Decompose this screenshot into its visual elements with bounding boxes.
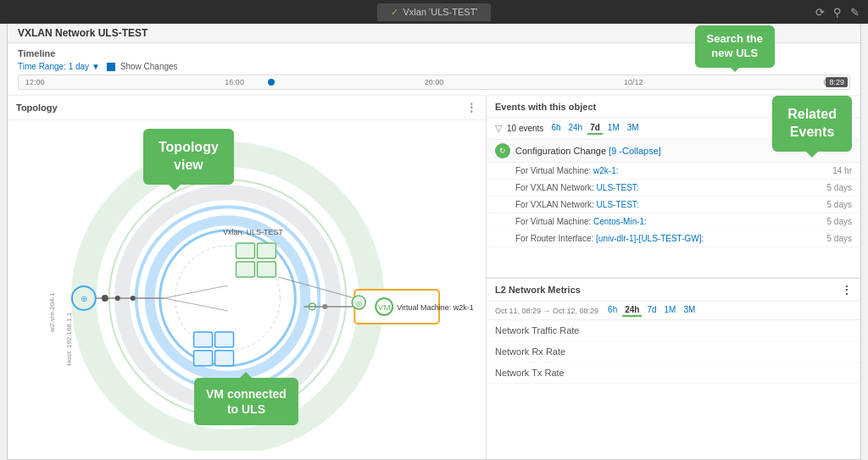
event-group-icon: ↻ (495, 143, 510, 158)
top-bar-icons: ⟳ ⚲ ✎ (815, 6, 860, 19)
topology-panel-header: Topology ⋮ (8, 96, 486, 120)
metrics-24h[interactable]: 24h (622, 304, 642, 317)
events-panel-label: Events with this object (495, 102, 596, 112)
topology-panel: Topology ⋮ ⊕ (8, 96, 487, 460)
topology-menu-dots[interactable]: ⋮ (465, 101, 477, 114)
top-bar: ✓ Vxlan 'ULS-TEST' ⟳ ⚲ ✎ Search the new … (0, 0, 868, 24)
svg-point-12 (131, 296, 136, 301)
metrics-title: L2 Network Metrics (495, 285, 581, 295)
show-changes-toggle[interactable]: Show Changes (107, 62, 178, 71)
svg-text:⊕: ⊕ (81, 294, 87, 303)
filter-time-buttons: 6h 24h 7d 1M 3M (548, 122, 641, 135)
timeline-thumb[interactable] (268, 79, 275, 86)
svg-rect-27 (215, 351, 234, 366)
event-group-label: Configuration Change [9 -Collapse] (515, 146, 661, 156)
svg-line-32 (164, 298, 228, 311)
event-age-2: 5 days (827, 200, 852, 209)
show-changes-label: Show Changes (120, 62, 178, 71)
svg-rect-24 (194, 332, 213, 347)
topology-panel-label: Topology (16, 103, 58, 113)
svg-text:VM: VM (378, 302, 391, 312)
time-label-4: 10/12 (624, 78, 643, 86)
filter-1m[interactable]: 1M (605, 122, 622, 135)
svg-rect-23 (257, 262, 275, 277)
time-label-3: 20:00 (425, 78, 444, 86)
time-range-selector[interactable]: Time Range: 1 day ▼ (18, 62, 100, 71)
svg-rect-26 (194, 351, 213, 366)
collapse-link[interactable]: [9 -Collapse] (609, 146, 661, 156)
time-label-1: 12:00 (25, 78, 45, 86)
svg-point-11 (115, 296, 120, 301)
timeline-bar[interactable]: 12:00 16:00 20:00 10/12 04:00 8:29 (18, 75, 850, 90)
event-row-0: For Virtual Machine: w2k-1: 14 hr (487, 163, 860, 180)
svg-point-19 (322, 304, 327, 309)
check-icon: ✓ (391, 7, 398, 18)
callout-search: Search the new ULS (695, 25, 775, 68)
filter-3m[interactable]: 3M (625, 122, 642, 135)
svg-rect-20 (236, 243, 255, 258)
metrics-menu-dots[interactable]: ⋮ (842, 284, 852, 296)
active-tab[interactable]: ✓ Vxlan 'ULS-TEST' (377, 3, 492, 21)
event-row-1: For VXLAN Network: ULS-TEST: 5 days (487, 180, 860, 197)
event-text-2: For VXLAN Network: ULS-TEST: (515, 200, 639, 209)
svg-rect-21 (257, 243, 275, 258)
svg-text:Vxlan: ULS-TEST: Vxlan: ULS-TEST (223, 228, 283, 236)
filter-24h[interactable]: 24h (566, 122, 586, 135)
svg-rect-25 (215, 332, 234, 347)
event-row-4: For Router Interface: [univ-dlr-1]-[ULS-… (487, 230, 860, 247)
callout-vm: VM connected to ULS (194, 378, 298, 425)
metrics-time-row: Oct 11, 08:29 → Oct 12, 08:29 6h 24h 7d … (487, 302, 860, 320)
svg-text:Host: 192.168.1.1: Host: 192.168.1.1 (65, 312, 73, 365)
metrics-1m[interactable]: 1M (662, 304, 679, 317)
event-text-0: For Virtual Machine: w2k-1: (515, 166, 619, 175)
metrics-time-buttons: 6h 24h 7d 1M 3M (605, 304, 698, 317)
timeline-time-labels: 12:00 16:00 20:00 10/12 04:00 (19, 78, 849, 86)
filter-6h[interactable]: 6h (548, 122, 563, 135)
svg-text:w2-vm-204-1: w2-vm-204-1 (48, 292, 56, 333)
search-icon[interactable]: ⚲ (833, 6, 842, 19)
panels-container: Topology ⋮ ⊕ (8, 96, 860, 460)
event-age-3: 5 days (827, 217, 852, 226)
callout-related: Related Events (772, 96, 852, 152)
page-title: VXLAN Network ULS-TEST (18, 27, 147, 39)
svg-point-10 (102, 295, 108, 302)
event-row-2: For VXLAN Network: ULS-TEST: 5 days (487, 197, 860, 213)
metrics-7d[interactable]: 7d (644, 304, 659, 317)
metrics-3m[interactable]: 3M (681, 304, 698, 317)
edit-icon[interactable]: ✎ (850, 6, 860, 19)
metric-row-1: Network Rx Rate (487, 341, 860, 363)
current-time-box: 8:29 (826, 77, 848, 87)
show-changes-checkbox[interactable] (107, 63, 115, 71)
svg-rect-22 (236, 262, 255, 277)
event-text-1: For VXLAN Network: ULS-TEST: (515, 183, 639, 192)
events-count: 10 events (507, 124, 543, 133)
filter-icon[interactable]: ▽ (495, 123, 502, 134)
metrics-date-range: Oct 11, 08:29 → Oct 12, 08:29 (495, 307, 598, 315)
event-text-3: For Virtual Machine: Centos-Min-1: (515, 217, 647, 226)
tab-label: Vxlan 'ULS-TEST' (403, 7, 478, 17)
metrics-header-row: L2 Network Metrics ⋮ (487, 279, 860, 302)
svg-text:Virtual Machine: w2k-1: Virtual Machine: w2k-1 (397, 303, 474, 312)
main-area: VXLAN Network ULS-TEST Timeline Time Ran… (7, 24, 861, 460)
metrics-section: L2 Network Metrics ⋮ Oct 11, 08:29 → Oct… (487, 278, 860, 460)
svg-text:◎: ◎ (356, 300, 362, 308)
callout-topology: Topology view (143, 129, 234, 185)
right-panel: Related Events Events with this object ⋮… (487, 96, 860, 460)
time-label-2: 16:00 (225, 78, 244, 86)
refresh-icon[interactable]: ⟳ (815, 6, 825, 19)
event-age-0: 14 hr (832, 166, 852, 175)
topology-area[interactable]: ⊕ VM Virtual Machine: w2k-1 (8, 120, 486, 451)
filter-7d[interactable]: 7d (587, 122, 603, 135)
svg-line-31 (164, 285, 228, 298)
event-text-4: For Router Interface: [univ-dlr-1]-[ULS-… (515, 234, 704, 243)
metrics-6h[interactable]: 6h (605, 304, 620, 317)
metric-row-0: Network Traffic Rate (487, 320, 860, 341)
event-age-4: 5 days (827, 234, 852, 243)
metric-row-2: Network Tx Rate (487, 363, 860, 384)
event-row-3: For Virtual Machine: Centos-Min-1: 5 day… (487, 213, 860, 230)
event-age-1: 5 days (827, 183, 852, 192)
